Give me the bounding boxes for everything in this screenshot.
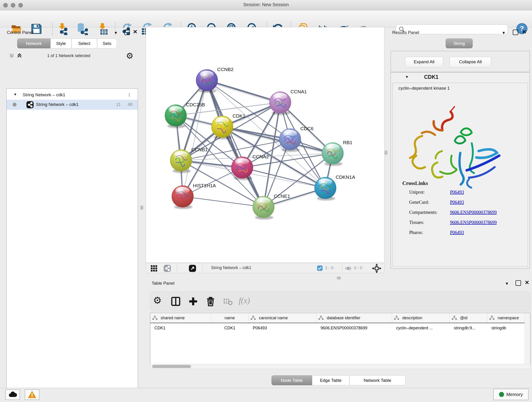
tab-sets[interactable]: Sets — [97, 38, 117, 48]
pan-crosshair-icon[interactable] — [372, 264, 381, 274]
table-horizontal-scrollbar[interactable] — [150, 364, 530, 369]
protein-description: cyclin–dependent kinase 1 — [399, 86, 450, 91]
crosslink-link[interactable]: P06493 — [450, 200, 464, 205]
tab-network[interactable]: Network — [17, 38, 51, 48]
results-panel-float-icon[interactable] — [513, 30, 518, 35]
node-label: CCNA1 — [291, 89, 307, 94]
crosslink-label: Tissues: — [409, 220, 450, 225]
tab-edge-table[interactable]: Edge Table — [312, 375, 349, 385]
node-label: RB1 — [343, 140, 352, 145]
protein-section: ▼ CDK1 cyclin–dependent kinase 1 — [391, 72, 530, 269]
network-node-CDKN1A[interactable]: CDKN1A — [315, 174, 355, 201]
network-tree: ▼ String Network – cdk1 1 String Network… — [6, 89, 138, 402]
add-column-icon[interactable] — [188, 296, 198, 307]
node-table: shared namenamecanonical namedatabase id… — [150, 313, 530, 365]
control-panel-collapse-icon[interactable]: ▼ — [114, 31, 118, 35]
results-panel-collapse-icon[interactable]: ▼ — [502, 31, 506, 35]
collapse-all-networks-icon[interactable] — [9, 53, 15, 60]
section-expander-icon[interactable]: ▼ — [405, 75, 409, 79]
hidden-count: 0 - 0 — [354, 266, 362, 270]
table-panel-float-icon[interactable] — [515, 280, 521, 286]
network-node-RB1[interactable]: RB1 — [322, 140, 352, 166]
network-name-label: String Network – cdk1 — [36, 102, 79, 107]
control-panel-float-icon[interactable] — [124, 30, 130, 35]
node-label: CDC6 — [300, 126, 313, 131]
warning-status-button[interactable] — [25, 389, 39, 400]
network-graph[interactable]: CCNB2 CCNA1 CDC25B — [146, 27, 384, 263]
cloud-status-button[interactable] — [5, 389, 20, 400]
table-cell[interactable]: P06493 — [249, 323, 317, 333]
delete-table-icon[interactable] — [223, 296, 233, 307]
tab-string[interactable]: String — [446, 38, 473, 48]
protein-name-header: CDK1 — [424, 74, 438, 80]
network-canvas[interactable]: CCNB2 CCNA1 CDC25B — [146, 27, 385, 263]
network-view-title: String Network – cdk1 — [211, 265, 251, 270]
crosslink-link[interactable]: 9606.ENSP00000378699 — [450, 220, 497, 225]
table-cell[interactable]: CDK1 — [150, 323, 211, 333]
node-label: CCNB1 — [191, 147, 208, 152]
memory-label: Memory — [506, 392, 523, 397]
network-view-toolbar: String Network – cdk1 1 - 0 0 - 0 — [146, 263, 385, 273]
open-in-window-icon[interactable] — [189, 264, 196, 273]
network-node-HIST1H1A[interactable]: HIST1H1A — [172, 183, 216, 209]
tree-expander-icon[interactable]: ▼ — [13, 92, 17, 96]
network-node-count: 11 — [116, 102, 121, 107]
scrollbar-thumb[interactable] — [152, 365, 191, 368]
selected-checkbox-icon[interactable] — [317, 265, 323, 272]
expand-all-networks-icon[interactable] — [17, 53, 22, 60]
network-tree-selected-row[interactable]: String Network – cdk1 11 48 — [7, 100, 138, 110]
results-panel-close-icon[interactable]: ✕ — [522, 30, 526, 34]
network-edge[interactable] — [183, 196, 264, 207]
function-builder-icon[interactable]: f(x) — [239, 296, 250, 305]
table-cell[interactable]: 9606.ENSP00000378699 — [317, 323, 392, 333]
crosslink-label: Uniprot: — [409, 190, 450, 195]
table-panel-collapse-icon[interactable]: ▼ — [505, 281, 509, 286]
table-panel-close-icon[interactable]: ✕ — [525, 280, 529, 285]
network-node-CCNB2[interactable]: CCNB2 — [196, 67, 234, 93]
crosslink-row: Pharos:P06493 — [409, 230, 524, 235]
splitter-handle[interactable] — [140, 206, 143, 210]
tab-style[interactable]: Style — [51, 38, 71, 48]
delete-row-trash-icon[interactable] — [205, 296, 216, 307]
main-toolbar: ? — [0, 10, 532, 27]
network-share-icon[interactable] — [163, 264, 171, 273]
table-cell[interactable]: cyclin–dependent ... — [392, 323, 450, 333]
control-panel-close-icon[interactable]: ✕ — [133, 30, 138, 34]
crosslinks-list: Uniprot:P06493GeneCard:P06493Compartment… — [409, 190, 524, 240]
window-title: Session: New Session — [0, 2, 532, 7]
crosslink-link[interactable]: P06493 — [450, 190, 464, 195]
hidden-eye-icon[interactable] — [345, 265, 352, 273]
show-columns-icon[interactable] — [171, 296, 181, 307]
crosslink-row: GeneCard:P06493 — [409, 200, 524, 205]
node-label: CDK1 — [233, 113, 245, 119]
crosslinks-heading: CrossLinks — [402, 180, 428, 186]
table-cell[interactable]: stringdb:9... — [450, 323, 487, 333]
network-tree-root-row[interactable]: ▼ String Network – cdk1 1 — [7, 90, 138, 100]
crosslink-link[interactable]: 9606.ENSP00000378699 — [450, 210, 497, 215]
tab-node-table[interactable]: Node Table — [272, 375, 312, 385]
crosslink-row: Uniprot:P06493 — [409, 190, 524, 195]
table-cell[interactable]: stringdb — [487, 323, 530, 333]
tab-network-table[interactable]: Network Table — [349, 375, 405, 385]
memory-button[interactable]: Memory — [493, 389, 529, 400]
tab-select[interactable]: Select — [71, 38, 97, 48]
status-bar: Memory — [0, 388, 532, 402]
expand-all-button[interactable]: Expand All — [405, 57, 443, 67]
table-vertical-scrollbar[interactable] — [525, 313, 530, 365]
title-bar: Session: New Session — [0, 0, 532, 10]
table-settings-gear-icon[interactable]: ⚙ — [153, 295, 164, 305]
network-node-CCNE1[interactable]: CCNE1 — [253, 193, 290, 220]
table-cell[interactable]: CDK1 — [211, 323, 249, 333]
network-edge[interactable] — [207, 80, 280, 102]
collapse-all-button[interactable]: Collapse All — [450, 57, 491, 67]
node-label: CDKN1A — [336, 174, 355, 180]
grid-view-icon[interactable] — [151, 265, 157, 273]
crosslink-label: Pharos: — [409, 230, 450, 235]
crosslink-row: Compartments:9606.ENSP00000378699 — [409, 210, 524, 215]
network-edge[interactable] — [183, 80, 207, 196]
crosslink-link[interactable]: P06493 — [450, 230, 464, 235]
toolbar-separator — [202, 264, 203, 272]
network-type-icon — [26, 101, 34, 110]
network-node-CCNB1[interactable]: CCNB1 — [170, 147, 208, 173]
network-options-gear-icon[interactable]: ⚙ — [126, 51, 133, 61]
